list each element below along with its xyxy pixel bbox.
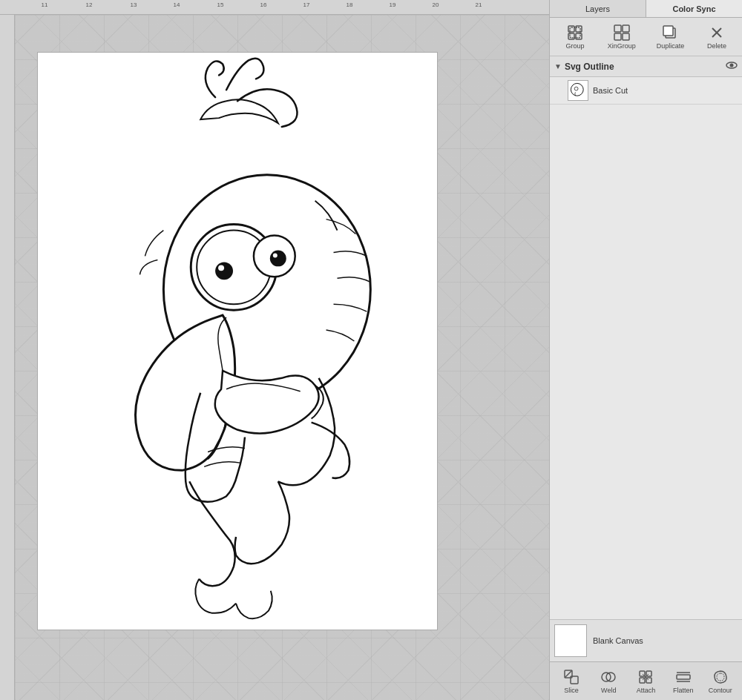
blank-canvas-section: Blank Canvas <box>550 619 742 661</box>
delete-label: Delete <box>707 42 726 50</box>
svg-rect-11 <box>576 33 582 39</box>
duplicate-button[interactable]: Duplicate <box>652 23 689 51</box>
svg-outline-header[interactable]: ▼ Svg Outline <box>550 56 742 77</box>
group-button[interactable]: Group <box>559 23 591 51</box>
flatten-icon <box>675 669 692 685</box>
svg-rect-36 <box>677 675 690 679</box>
flatten-label: Flatten <box>673 687 694 694</box>
attach-icon <box>637 669 654 685</box>
svg-point-23 <box>571 83 583 96</box>
svg-rect-16 <box>623 33 629 40</box>
drawing-svg <box>38 53 437 630</box>
layers-section: ▼ Svg Outline Basic Cut <box>550 56 742 619</box>
ungroup-icon <box>614 24 630 41</box>
weld-icon <box>600 669 617 685</box>
basic-cut-item[interactable]: Basic Cut <box>550 77 742 105</box>
toolbar-row: Group XinGroup Duplicate Delete <box>550 18 742 56</box>
eye-icon[interactable] <box>726 59 738 73</box>
right-panel: Layers Color Sync Group XinGroup <box>549 0 742 700</box>
group-label: Group <box>565 42 584 50</box>
svg-rect-10 <box>568 33 574 39</box>
weld-label: Weld <box>601 687 616 694</box>
flatten-button[interactable]: Flatten <box>667 667 700 696</box>
svg-point-7 <box>273 253 278 257</box>
tab-bar: Layers Color Sync <box>550 0 742 18</box>
slice-label: Slice <box>564 687 579 694</box>
group-icon <box>567 24 583 41</box>
basic-cut-label: Basic Cut <box>593 86 628 95</box>
contour-label: Contour <box>709 687 732 694</box>
attach-button[interactable]: Attach <box>629 667 662 696</box>
canvas-workspace[interactable] <box>15 15 549 700</box>
blank-canvas-label: Blank Canvas <box>593 636 643 645</box>
white-canvas[interactable] <box>37 52 438 630</box>
svg-point-24 <box>574 87 578 90</box>
svg-rect-8 <box>568 26 574 32</box>
canvas-area: 11 12 13 14 15 16 17 18 19 20 21 <box>0 0 549 700</box>
duplicate-icon <box>662 24 678 41</box>
duplicate-label: Duplicate <box>657 42 685 50</box>
contour-button[interactable]: Contour <box>704 667 737 696</box>
bottom-tools: Slice Weld Attach <box>550 661 742 700</box>
collapse-triangle: ▼ <box>554 62 562 70</box>
svg-point-6 <box>270 250 286 266</box>
svg-rect-12 <box>570 27 580 38</box>
delete-button[interactable]: Delete <box>700 23 733 51</box>
ungroup-button[interactable]: XinGroup <box>603 23 640 51</box>
slice-icon <box>563 669 580 685</box>
svg-rect-13 <box>614 25 621 32</box>
blank-canvas-thumbnail <box>554 624 587 657</box>
ruler-left <box>0 15 15 700</box>
svg-point-22 <box>730 64 734 67</box>
delete-icon <box>709 24 725 41</box>
svg-rect-14 <box>623 25 629 32</box>
ruler-top: 11 12 13 14 15 16 17 18 19 20 21 <box>0 0 549 15</box>
slice-button[interactable]: Slice <box>555 667 588 696</box>
svg-rect-9 <box>576 26 582 32</box>
ungroup-label: XinGroup <box>608 42 636 50</box>
attach-label: Attach <box>637 687 656 694</box>
svg-outline-label: Svg Outline <box>565 62 614 72</box>
weld-button[interactable]: Weld <box>592 667 625 696</box>
svg-point-3 <box>215 262 233 280</box>
tab-color-sync[interactable]: Color Sync <box>646 0 742 17</box>
svg-rect-18 <box>663 26 673 36</box>
tab-layers[interactable]: Layers <box>550 0 646 17</box>
svg-rect-15 <box>614 33 621 40</box>
svg-point-4 <box>218 265 224 271</box>
contour-icon <box>712 669 729 685</box>
layer-thumbnail <box>568 80 588 101</box>
